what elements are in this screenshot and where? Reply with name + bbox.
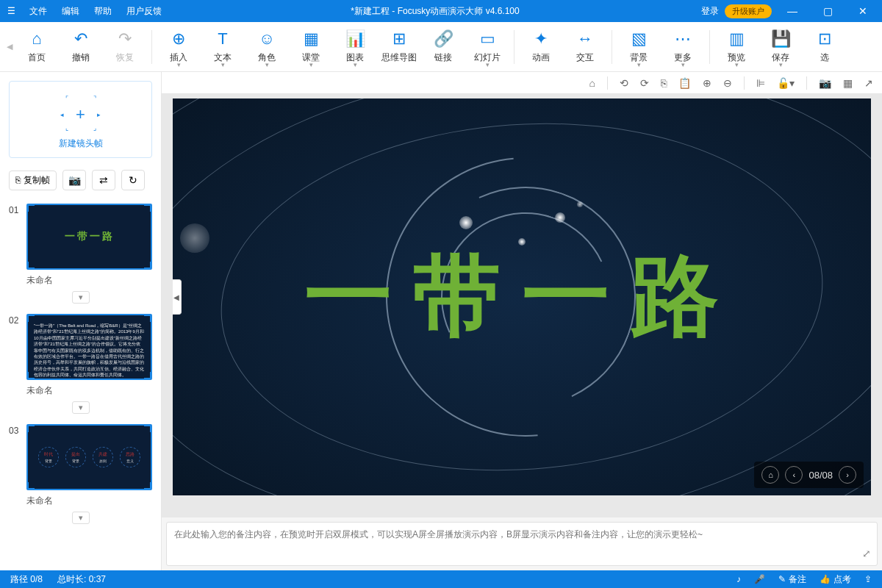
home-icon[interactable]: ⌂ <box>587 77 598 89</box>
tool-幻灯片[interactable]: ▭幻灯片 <box>465 25 509 69</box>
tool-预览[interactable]: ▥预览 <box>714 25 759 69</box>
transition-button[interactable]: ▾ <box>72 401 90 414</box>
slide-number: 01 <box>9 204 22 215</box>
status-duration: 总时长: 0:37 <box>57 573 106 586</box>
undo-rotate-icon[interactable]: ⟲ <box>617 77 631 89</box>
maximize-button[interactable]: ▢ <box>813 0 842 22</box>
背景-icon: ▧ <box>631 29 647 49</box>
nav-home-icon[interactable]: ⌂ <box>761 466 779 484</box>
transition-button[interactable]: ▾ <box>72 512 90 524</box>
tool-插入[interactable]: ⊕插入 <box>157 25 201 69</box>
camera-icon[interactable]: 📷 <box>62 170 86 190</box>
status-like-button[interactable]: 👍 点考 <box>820 573 851 586</box>
nav-next-icon[interactable]: › <box>839 466 856 484</box>
titlebar: ☰ 文件编辑帮助用户反馈 *新建工程 - Focusky动画演示大师 v4.6.… <box>0 0 882 22</box>
tool-链接[interactable]: 🔗链接 <box>421 25 465 69</box>
tool-更多[interactable]: ⋯更多 <box>661 25 705 69</box>
tool-交互[interactable]: ↔交互 <box>563 25 607 69</box>
toolbar: ◀ ⌂首页↶撤销↷恢复⊕插入T文本☺角色▦课堂📊图表⊞思维导图🔗链接▭幻灯片✦动… <box>0 22 882 72</box>
redo-rotate-icon[interactable]: ⟳ <box>637 77 652 89</box>
expand-notes-icon[interactable]: ⤢ <box>862 548 871 559</box>
tool-背景[interactable]: ▧背景 <box>617 25 661 69</box>
tool-选[interactable]: ⊡选 <box>803 25 847 69</box>
tool-思维导图[interactable]: ⊞思维导图 <box>377 25 421 69</box>
window-title: *新建工程 - Focusky动画演示大师 v4.6.100 <box>169 5 701 18</box>
canvas[interactable]: ◀ 一带一路 ⌂ ‹ 08/08 › <box>162 94 882 517</box>
minimize-button[interactable]: — <box>778 0 807 22</box>
tool-课堂[interactable]: ▦课堂 <box>289 25 333 69</box>
slide-item[interactable]: 01一带一路未命名▾ <box>0 198 161 308</box>
status-voice-icon[interactable]: 🎤 <box>754 574 765 584</box>
tool-角色[interactable]: ☺角色 <box>245 25 289 69</box>
status-music-icon[interactable]: ♪ <box>736 574 741 584</box>
transition-button[interactable]: ▾ <box>72 291 90 304</box>
toolbar-scroll-left[interactable]: ◀ <box>4 42 15 51</box>
tool-保存[interactable]: 💾保存 <box>759 25 803 69</box>
new-frame-button[interactable]: ⌜⌝ ◂+▸ ⌞⌟ 新建镜头帧 <box>9 81 152 158</box>
思维导图-icon: ⊞ <box>392 29 406 49</box>
expand-icon[interactable]: ↗ <box>861 77 876 89</box>
menu-编辑[interactable]: 编辑 <box>54 0 87 22</box>
动画-icon: ✦ <box>534 29 548 49</box>
slide-label: 未命名 <box>26 495 152 507</box>
slide-thumb[interactable]: 时代背景提出背景共建原则思路意义 <box>26 424 152 490</box>
slide-thumb[interactable]: 一带一路 <box>26 204 152 270</box>
tool-撤销[interactable]: ↶撤销 <box>59 25 103 69</box>
login-link[interactable]: 登录 <box>701 5 719 18</box>
保存-icon: 💾 <box>771 29 791 49</box>
slide-thumb[interactable]: "一带一路"（The Belt and Road，缩写B&R）是"丝绸之路经济带… <box>26 314 152 380</box>
new-frame-label: 新建镜头帧 <box>10 137 151 150</box>
menu-用户反馈[interactable]: 用户反馈 <box>119 0 169 22</box>
copy-icon[interactable]: ⎘ <box>658 77 670 89</box>
tool-恢复[interactable]: ↷恢复 <box>103 25 147 69</box>
slide-item[interactable]: 02"一带一路"（The Belt and Road，缩写B&R）是"丝绸之路经… <box>0 308 161 418</box>
插入-icon: ⊕ <box>172 29 185 49</box>
slide-number: 03 <box>9 424 22 436</box>
copy-frame-button[interactable]: ⎘ 复制帧 <box>9 171 57 190</box>
文本-icon: T <box>218 29 227 49</box>
slide-panel: ⌜⌝ ◂+▸ ⌞⌟ 新建镜头帧 ⎘ 复制帧 📷 ⇄ ↻ 01一带一路未命名▾02… <box>0 72 162 570</box>
status-share-icon[interactable]: ⇪ <box>864 574 872 584</box>
status-path: 路径 0/8 <box>10 573 43 586</box>
slide-item[interactable]: 03时代背景提出背景共建原则思路意义未命名▾ <box>0 418 161 528</box>
撤销-icon: ↶ <box>74 29 87 49</box>
paste-icon[interactable]: 📋 <box>675 77 694 89</box>
tool-文本[interactable]: T文本 <box>201 25 245 69</box>
tool-图表[interactable]: 📊图表 <box>333 25 377 69</box>
zoom-out-icon[interactable]: ⊖ <box>720 77 735 89</box>
snapshot-icon[interactable]: 📷 <box>816 77 834 89</box>
canvas-toolbar: ⌂ ⟲ ⟳ ⎘ 📋 ⊕ ⊖ ⊫ 🔓▾ 📷 ▦ ↗ <box>162 72 882 94</box>
tool-动画[interactable]: ✦动画 <box>519 25 563 69</box>
arrange-icon[interactable]: ⇄ <box>92 170 115 190</box>
stage[interactable]: ◀ 一带一路 ⌂ ‹ 08/08 › <box>173 98 871 495</box>
课堂-icon: ▦ <box>304 29 319 49</box>
upgrade-button[interactable]: 升级账户 <box>725 4 772 18</box>
status-remark-button[interactable]: ✎ 备注 <box>778 573 806 586</box>
选-icon: ⊡ <box>818 29 831 49</box>
menu-帮助[interactable]: 帮助 <box>87 0 119 22</box>
menu-bar: 文件编辑帮助用户反馈 <box>22 0 169 22</box>
menu-文件[interactable]: 文件 <box>22 0 54 22</box>
slide-label: 未命名 <box>26 274 152 287</box>
lock-icon[interactable]: 🔓▾ <box>774 77 797 89</box>
notes-input[interactable] <box>167 523 847 565</box>
canvas-title[interactable]: 一带一路 <box>304 237 739 357</box>
slide-nav: ⌂ ‹ 08/08 › <box>754 462 864 488</box>
tool-首页[interactable]: ⌂首页 <box>15 25 59 69</box>
幻灯片-icon: ▭ <box>480 29 495 49</box>
zoom-in-icon[interactable]: ⊕ <box>700 77 714 89</box>
align-icon[interactable]: ⊫ <box>753 77 768 89</box>
close-button[interactable]: ✕ <box>848 0 878 22</box>
loop-icon[interactable]: ↻ <box>121 170 145 190</box>
grid-icon[interactable]: ▦ <box>840 77 856 89</box>
app-logo-icon: ☰ <box>0 6 22 16</box>
角色-icon: ☺ <box>259 29 275 49</box>
nav-prev-icon[interactable]: ‹ <box>785 466 803 484</box>
page-indicator: 08/08 <box>808 470 833 481</box>
链接-icon: 🔗 <box>434 29 453 49</box>
预览-icon: ▥ <box>729 29 745 49</box>
canvas-area: ⌂ ⟲ ⟳ ⎘ 📋 ⊕ ⊖ ⊫ 🔓▾ 📷 ▦ ↗ ◀ <box>162 72 882 570</box>
main-area: ⌜⌝ ◂+▸ ⌞⌟ 新建镜头帧 ⎘ 复制帧 📷 ⇄ ↻ 01一带一路未命名▾02… <box>0 72 882 570</box>
slide-number: 02 <box>9 314 22 326</box>
首页-icon: ⌂ <box>32 29 41 49</box>
